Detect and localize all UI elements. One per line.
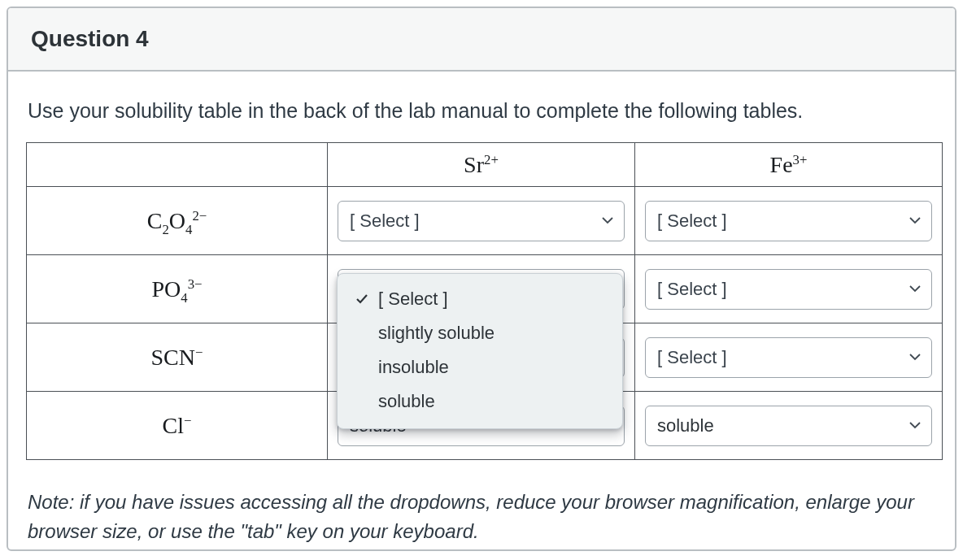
- select-sr-c2o4[interactable]: [ Select ]: [338, 201, 625, 241]
- dropdown-panel[interactable]: [ Select ] slightly soluble insoluble so…: [337, 273, 623, 429]
- chevron-down-icon: [908, 279, 922, 300]
- dropdown-option-label: insoluble: [378, 357, 449, 378]
- select-fe-c2o4[interactable]: [ Select ]: [645, 201, 932, 241]
- dropdown-option[interactable]: insoluble: [338, 350, 622, 384]
- chevron-down-icon: [908, 347, 922, 368]
- footer-note: Note: if you have issues accessing all t…: [28, 488, 935, 546]
- table-row: C2O42− [ Select ] [ Select ]: [27, 187, 943, 255]
- chevron-down-icon: [601, 211, 614, 232]
- header-fe: Fe3+: [635, 143, 943, 187]
- row-ion-po4: PO43−: [27, 255, 328, 323]
- select-value: [ Select ]: [657, 347, 727, 368]
- header-sr: Sr2+: [328, 143, 635, 187]
- question-card: Question 4 Use your solubility table in …: [7, 7, 956, 551]
- table-header-row: Sr2+ Fe3+: [27, 143, 943, 187]
- row-ion-c2o4: C2O42−: [27, 187, 328, 255]
- select-fe-scn[interactable]: [ Select ]: [645, 337, 932, 378]
- row-ion-scn: SCN−: [27, 323, 328, 392]
- dropdown-option-label: soluble: [378, 391, 435, 412]
- dropdown-option-selected[interactable]: [ Select ]: [338, 282, 622, 316]
- chevron-down-icon: [908, 415, 922, 436]
- dropdown-option[interactable]: soluble: [338, 384, 622, 419]
- header-blank: [27, 143, 328, 187]
- question-prompt: Use your solubility table in the back of…: [28, 99, 937, 123]
- select-value: [ Select ]: [350, 211, 420, 232]
- row-ion-cl: Cl−: [27, 392, 328, 460]
- dropdown-option-label: slightly soluble: [378, 323, 495, 344]
- dropdown-option-label: [ Select ]: [378, 289, 448, 310]
- select-value: [ Select ]: [657, 211, 727, 232]
- select-value: soluble: [657, 415, 714, 436]
- select-value: [ Select ]: [657, 279, 727, 300]
- question-title: Question 4: [31, 26, 932, 52]
- select-fe-cl[interactable]: soluble: [645, 406, 932, 446]
- select-fe-po4[interactable]: [ Select ]: [645, 269, 932, 310]
- chevron-down-icon: [908, 211, 922, 232]
- dropdown-option[interactable]: slightly soluble: [338, 316, 622, 350]
- checkmark-icon: [354, 292, 370, 306]
- card-header: Question 4: [8, 8, 955, 72]
